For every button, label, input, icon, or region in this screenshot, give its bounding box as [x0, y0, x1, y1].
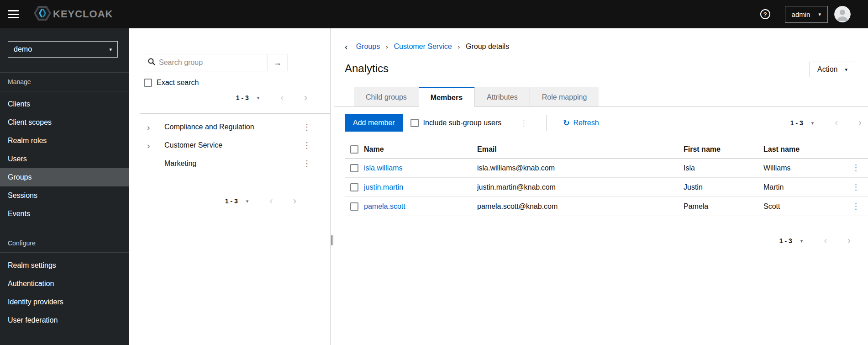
column-header-first-name: First name — [678, 141, 758, 159]
include-subgroups-checkbox[interactable] — [410, 119, 419, 127]
group-tree-label[interactable]: Customer Service — [164, 141, 303, 149]
column-header-email: Email — [472, 141, 678, 159]
exact-search-checkbox[interactable] — [144, 79, 152, 87]
tab-attributes[interactable]: Attributes — [474, 87, 530, 107]
tab-role-mapping[interactable]: Role mapping — [530, 87, 599, 107]
previous-page-icon[interactable]: ‹ — [835, 118, 838, 128]
chevron-down-icon: ▾ — [109, 47, 112, 53]
member-first-name: Isla — [678, 159, 758, 178]
kebab-menu-icon[interactable]: ⋮ — [852, 182, 860, 191]
masthead: KEYCLOAK ? admin ▾ — [0, 0, 868, 28]
row-checkbox[interactable] — [350, 202, 358, 211]
tree-item: › Compliance and Regulation ⋮ — [129, 118, 330, 136]
hamburger-menu-icon[interactable] — [8, 10, 19, 18]
sidebar-item-user-federation[interactable]: User federation — [0, 311, 129, 329]
breadcrumb: ‹ Groups › Customer Service › Group deta… — [345, 42, 868, 51]
help-icon[interactable]: ? — [760, 9, 770, 19]
sidebar-item-client-scopes[interactable]: Client scopes — [0, 113, 129, 132]
search-submit-button[interactable]: → — [267, 54, 288, 71]
members-toolbar: Add member Include sub-group users ⋮ ↻ R… — [345, 107, 868, 139]
sidebar-item-events[interactable]: Events — [0, 205, 129, 223]
kebab-menu-icon[interactable]: ⋮ — [520, 119, 528, 127]
breadcrumb-link-groups[interactable]: Groups — [356, 42, 380, 51]
sidebar-item-realm-settings[interactable]: Realm settings — [0, 256, 129, 275]
kebab-menu-icon[interactable]: ⋮ — [303, 141, 311, 149]
toolbar-divider — [546, 115, 547, 131]
breadcrumb-link-customer-service[interactable]: Customer Service — [394, 42, 452, 51]
member-first-name: Justin — [678, 178, 758, 197]
nav-list-manage: Clients Client scopes Realm roles Users … — [0, 91, 129, 227]
group-detail-tabs: Child groups Members Attributes Role map… — [345, 87, 868, 107]
refresh-button[interactable]: ↻ Refresh — [563, 119, 599, 127]
sidebar-item-users[interactable]: Users — [0, 150, 129, 168]
tab-child-groups[interactable]: Child groups — [354, 87, 419, 107]
breadcrumb-current: Group details — [466, 42, 509, 51]
sidebar-item-authentication[interactable]: Authentication — [0, 275, 129, 293]
breadcrumb-back-icon[interactable]: ‹ — [345, 42, 348, 51]
exact-search-label: Exact search — [157, 79, 199, 87]
row-checkbox[interactable] — [350, 164, 358, 172]
realm-selector[interactable]: demo ▾ — [8, 41, 118, 58]
sidebar-item-clients[interactable]: Clients — [0, 95, 129, 113]
next-page-icon[interactable]: › — [847, 236, 851, 246]
tree-divider — [140, 113, 330, 114]
keycloak-hexagon-icon — [34, 5, 51, 23]
member-email: pamela.scott@knab.com — [472, 197, 678, 216]
pagination-range: 1 - 3 — [779, 237, 792, 244]
sidebar-item-realm-roles[interactable]: Realm roles — [0, 132, 129, 150]
action-dropdown-label: Action — [817, 65, 837, 74]
expand-chevron-icon[interactable]: › — [147, 141, 161, 150]
nav-list-configure: Realm settings Authentication Identity p… — [0, 253, 129, 333]
group-tree-label[interactable]: Compliance and Regulation — [164, 123, 303, 131]
kebab-menu-icon[interactable]: ⋮ — [852, 163, 860, 172]
page-title: Analytics — [345, 61, 868, 76]
select-all-checkbox[interactable] — [350, 145, 358, 154]
pagination-range: 1 - 3 — [225, 197, 238, 205]
add-member-button[interactable]: Add member — [345, 114, 403, 132]
expand-chevron-icon[interactable]: › — [147, 123, 161, 132]
member-name-link[interactable]: pamela.scott — [364, 202, 405, 210]
previous-page-icon[interactable]: ‹ — [824, 236, 827, 246]
group-search-input[interactable] — [159, 58, 263, 67]
user-menu-dropdown[interactable]: admin ▾ — [785, 6, 828, 23]
members-pagination-bottom: 1 - 3 ▾ ‹ › — [345, 234, 868, 247]
tab-members[interactable]: Members — [419, 87, 474, 107]
pagination-menu-toggle-icon[interactable]: ▾ — [800, 238, 803, 244]
sidebar-item-identity-providers[interactable]: Identity providers — [0, 293, 129, 311]
chevron-down-icon: ▾ — [845, 67, 847, 73]
previous-page-icon[interactable]: ‹ — [280, 93, 284, 103]
member-last-name: Martin — [758, 178, 844, 197]
pagination-menu-toggle-icon[interactable]: ▾ — [246, 198, 249, 204]
keycloak-admin-console: KEYCLOAK ? admin ▾ demo ▾ Manage Clients… — [0, 0, 868, 345]
kebab-menu-icon[interactable]: ⋮ — [303, 159, 311, 168]
breadcrumb-separator-icon: › — [386, 43, 388, 50]
member-name-link[interactable]: justin.martin — [364, 183, 403, 191]
next-page-icon[interactable]: › — [304, 93, 307, 103]
previous-page-icon[interactable]: ‹ — [269, 196, 273, 206]
tree-item: › Customer Service ⋮ — [129, 136, 330, 154]
table-header-row: Name Email First name Last name — [345, 141, 868, 159]
group-tree-label[interactable]: Marketing — [164, 159, 303, 168]
pagination-menu-toggle-icon[interactable]: ▾ — [257, 95, 260, 101]
nav-section-configure: Configure — [0, 234, 129, 253]
next-page-icon[interactable]: › — [858, 118, 862, 128]
sidebar-item-sessions[interactable]: Sessions — [0, 186, 129, 205]
splitter-drag-handle[interactable] — [331, 235, 333, 245]
refresh-label: Refresh — [573, 119, 599, 127]
member-email: justin.martin@knab.com — [472, 178, 678, 197]
member-name-link[interactable]: isla.williams — [364, 164, 402, 172]
pagination-menu-toggle-icon[interactable]: ▾ — [811, 120, 814, 126]
group-search-box — [144, 54, 267, 71]
group-tree: › Compliance and Regulation ⋮ › Customer… — [129, 118, 330, 173]
row-checkbox[interactable] — [350, 183, 358, 191]
column-header-last-name: Last name — [758, 141, 844, 159]
action-dropdown-button[interactable]: Action ▾ — [810, 62, 855, 77]
kebab-menu-icon[interactable]: ⋮ — [852, 202, 860, 211]
avatar[interactable] — [834, 6, 851, 22]
member-last-name: Williams — [758, 159, 844, 178]
table-row: justin.martin justin.martin@knab.com Jus… — [345, 178, 868, 197]
members-pagination-top: 1 - 3 ▾ ‹ › — [599, 117, 868, 129]
kebab-menu-icon[interactable]: ⋮ — [303, 123, 311, 131]
sidebar-item-groups[interactable]: Groups — [0, 168, 129, 186]
next-page-icon[interactable]: › — [293, 196, 296, 206]
